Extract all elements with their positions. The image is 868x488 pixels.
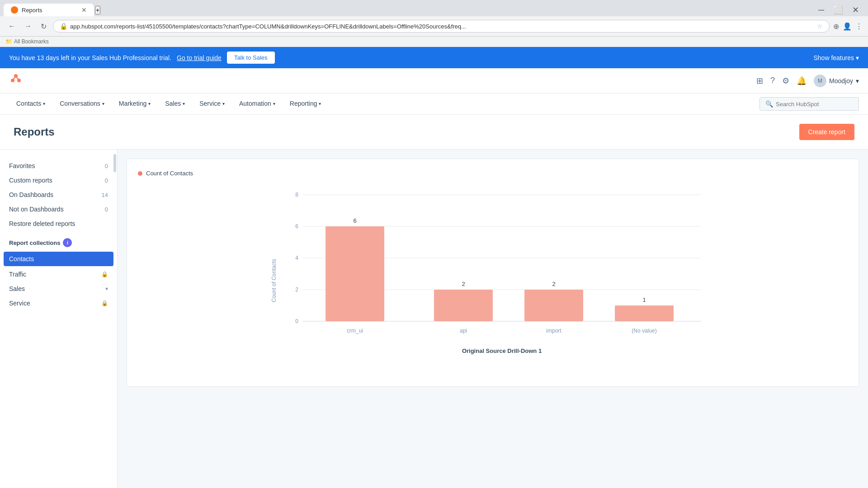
bookmarks-label[interactable]: All Bookmarks — [14, 38, 49, 45]
chevron-down-icon: ▾ — [222, 101, 225, 106]
tab-title: Reports — [22, 7, 42, 14]
address-bar[interactable]: 🔒 app.hubspot.com/reports-list/45105500/… — [53, 20, 830, 33]
tab-favicon — [11, 6, 18, 14]
forward-button[interactable]: → — [22, 20, 34, 32]
bar-chart: Count of Contacts 8 6 4 2 0 6 — [138, 186, 848, 375]
bookmark-icon[interactable]: ☆ — [817, 23, 823, 30]
sidebar-item-not-on-dashboards[interactable]: Not on Dashboards 0 — [0, 202, 117, 216]
active-tab[interactable]: Reports ✕ — [4, 4, 94, 16]
svg-text:1: 1 — [642, 296, 646, 303]
svg-text:2: 2 — [295, 286, 298, 293]
sidebar-section-title: Report collections i — [0, 231, 117, 251]
browser-chrome: Reports ✕ + ─ ⬜ ✕ ← → ↻ 🔒 app.hubspot.co… — [0, 0, 868, 47]
bar-api[interactable] — [434, 290, 493, 321]
hubspot-logo[interactable] — [9, 72, 23, 89]
svg-text:4: 4 — [295, 255, 298, 261]
new-tab-button[interactable]: + — [95, 6, 100, 14]
minimize-button[interactable]: ─ — [818, 5, 824, 15]
chevron-down-icon: ▾ — [102, 101, 104, 106]
tab-close-button[interactable]: ✕ — [81, 6, 87, 14]
nav-items: Contacts ▾ Conversations ▾ Marketing ▾ S… — [9, 94, 328, 114]
settings-menu-icon[interactable]: ⋮ — [855, 22, 863, 31]
sidebar-item-restore-deleted[interactable]: Restore deleted reports — [0, 216, 117, 231]
nav-bar: ← → ↻ 🔒 app.hubspot.com/reports-list/451… — [0, 16, 868, 37]
sidebar: Favorites 0 Custom reports 0 On Dashboar… — [0, 150, 118, 488]
bar-import[interactable] — [524, 290, 583, 321]
hs-nav-right: ⊞ ? ⚙ 🔔 M Moodjoy ▾ — [756, 75, 859, 87]
scrollbar-track[interactable] — [113, 150, 117, 488]
help-icon[interactable]: ? — [770, 76, 775, 85]
svg-text:(No value): (No value) — [632, 328, 656, 334]
chevron-down-icon: ▾ — [43, 101, 45, 106]
user-chevron-icon: ▾ — [856, 77, 859, 84]
main-content: Count of Contacts Count of Contacts 8 6 … — [118, 150, 868, 488]
chevron-down-icon: ▾ — [856, 54, 859, 61]
svg-text:2: 2 — [462, 281, 465, 287]
nav-marketing[interactable]: Marketing ▾ — [112, 94, 158, 114]
nav-contacts[interactable]: Contacts ▾ — [9, 94, 52, 114]
close-window-button[interactable]: ✕ — [852, 5, 859, 15]
extensions-icon[interactable]: ⊕ — [833, 22, 839, 31]
sidebar-item-traffic[interactable]: Traffic 🔒 — [0, 267, 117, 282]
search-input[interactable] — [776, 101, 848, 108]
hubspot-top-nav: ⊞ ? ⚙ 🔔 M Moodjoy ▾ — [0, 68, 868, 94]
chevron-down-icon: ▾ — [105, 286, 108, 292]
bookmarks-folder-icon: 📁 — [5, 38, 12, 45]
show-features-button[interactable]: Show features ▾ — [814, 54, 859, 61]
create-report-button[interactable]: Create report — [799, 124, 854, 140]
svg-text:Original Source Drill-Down 1: Original Source Drill-Down 1 — [462, 347, 542, 354]
bar-no-value[interactable] — [615, 305, 674, 321]
trial-guide-link[interactable]: Go to trial guide — [177, 54, 222, 61]
svg-text:crm_ui: crm_ui — [347, 328, 363, 334]
main-nav: Contacts ▾ Conversations ▾ Marketing ▾ S… — [0, 94, 868, 115]
grid-icon[interactable]: ⊞ — [756, 76, 763, 86]
bookmarks-bar: 📁 All Bookmarks — [0, 37, 868, 47]
legend-dot — [138, 171, 142, 176]
show-features-label: Show features — [814, 54, 854, 61]
browser-action-icons: ⊕ 👤 ⋮ — [833, 22, 863, 31]
info-badge[interactable]: i — [63, 238, 72, 247]
trial-banner: You have 13 days left in your Sales Hub … — [0, 47, 868, 68]
nav-automation[interactable]: Automation ▾ — [232, 94, 283, 114]
back-button[interactable]: ← — [5, 20, 18, 32]
bar-crm-ui[interactable] — [326, 226, 384, 321]
page-container: Favorites 0 Custom reports 0 On Dashboar… — [0, 150, 868, 488]
nav-service[interactable]: Service ▾ — [192, 94, 232, 114]
chevron-down-icon: ▾ — [319, 101, 321, 106]
sidebar-item-sales[interactable]: Sales ▾ — [0, 282, 117, 296]
notifications-icon[interactable]: 🔔 — [797, 76, 807, 86]
chart-container: Count of Contacts Count of Contacts 8 6 … — [127, 159, 859, 387]
lock-icon: 🔒 — [60, 23, 67, 30]
user-menu[interactable]: M Moodjoy ▾ — [814, 75, 859, 87]
talk-to-sales-button[interactable]: Talk to Sales — [227, 52, 275, 64]
svg-text:api: api — [460, 328, 467, 334]
legend-label: Count of Contacts — [146, 170, 193, 177]
chevron-down-icon: ▾ — [273, 101, 275, 106]
user-avatar: M — [814, 75, 826, 87]
user-name: Moodjoy — [829, 77, 853, 84]
maximize-button[interactable]: ⬜ — [833, 5, 843, 15]
page-title: Reports — [14, 126, 55, 138]
sidebar-item-contacts[interactable]: Contacts — [4, 252, 113, 266]
lock-icon: 🔒 — [101, 300, 108, 306]
sidebar-item-on-dashboards[interactable]: On Dashboards 14 — [0, 188, 117, 202]
sidebar-item-favorites[interactable]: Favorites 0 — [0, 159, 117, 173]
svg-text:8: 8 — [295, 192, 298, 198]
settings-icon[interactable]: ⚙ — [782, 76, 789, 86]
sidebar-item-service[interactable]: Service 🔒 — [0, 296, 117, 310]
svg-text:Count of Contacts: Count of Contacts — [271, 259, 277, 302]
search-box[interactable]: 🔍 — [760, 97, 859, 111]
search-icon: 🔍 — [765, 100, 773, 108]
tab-bar: Reports ✕ + ─ ⬜ ✕ — [0, 0, 868, 16]
scrollbar-thumb[interactable] — [113, 154, 116, 172]
nav-sales[interactable]: Sales ▾ — [158, 94, 192, 114]
profile-icon[interactable]: 👤 — [843, 22, 852, 31]
lock-icon: 🔒 — [101, 271, 108, 277]
nav-reporting[interactable]: Reporting ▾ — [283, 94, 329, 114]
sidebar-item-custom-reports[interactable]: Custom reports 0 — [0, 173, 117, 188]
chart-legend: Count of Contacts — [138, 170, 848, 177]
trial-text: You have 13 days left in your Sales Hub … — [9, 54, 171, 61]
reload-button[interactable]: ↻ — [38, 20, 49, 33]
svg-text:import: import — [546, 328, 561, 334]
nav-conversations[interactable]: Conversations ▾ — [52, 94, 112, 114]
